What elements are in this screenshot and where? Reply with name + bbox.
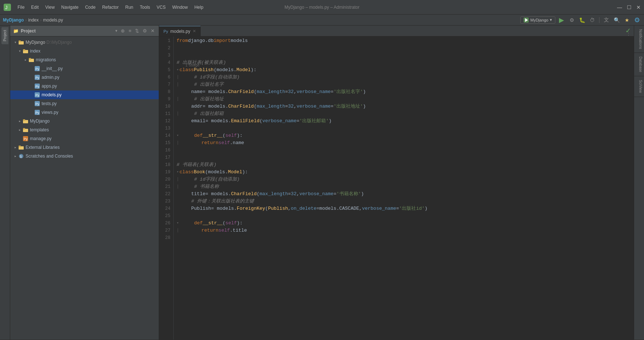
token-cls: Model [228, 169, 242, 176]
tree-arrow-index-folder: ▾ [18, 49, 22, 53]
menu-item-vcs[interactable]: VCS [154, 3, 169, 11]
minimize-button[interactable]: — [617, 5, 622, 10]
tree-label-external-libs: External Libraries [26, 145, 59, 150]
token-kw: class [180, 169, 194, 176]
maximize-button[interactable]: ☐ [626, 5, 632, 10]
menu-item-file[interactable]: File [15, 3, 27, 11]
tree-item-mydjango-root[interactable]: ▾MyDjango D:\MyDjango [10, 38, 159, 47]
new-file-icon[interactable]: ⊕ [120, 27, 126, 34]
sidebar-tab-project[interactable]: Project [1, 27, 8, 44]
token-base: = [285, 103, 288, 110]
line-num-2: 2 [159, 45, 170, 52]
tree-icon-templates-folder [23, 127, 28, 133]
menu-item-view[interactable]: View [42, 3, 58, 11]
menu-item-edit[interactable]: Edit [28, 3, 42, 11]
bookmark-button[interactable]: ★ [623, 16, 631, 24]
collapse-all-icon[interactable]: ⇅ [134, 27, 140, 34]
tree-item-scratches[interactable]: ▸SScratches and Consoles [10, 152, 159, 161]
sciview-panel-tab[interactable]: SciView [634, 76, 644, 97]
token-cmt: # id字段(自动添加) [194, 176, 240, 183]
run-config-dropdown[interactable]: MyDjango ▾ [520, 16, 555, 24]
line-num-9: 9 [159, 96, 170, 103]
menu-item-window[interactable]: Window [169, 3, 191, 11]
tree-label-mydjango-root: MyDjango D:\MyDjango [26, 40, 72, 45]
breadcrumb-file[interactable]: models.py [43, 18, 63, 23]
project-title-arrow[interactable]: ▾ [115, 28, 117, 33]
token-num: 32 [291, 190, 297, 198]
code-line-7: │# 出版社名字 [177, 81, 631, 88]
code-line-11: │# 出版社邮箱 [177, 110, 631, 117]
hide-panel-icon[interactable]: ✕ [150, 27, 156, 34]
token-base: name [233, 139, 244, 147]
token-paren: ) [361, 190, 364, 198]
editor-tab-models-py[interactable]: Py models.py ✕ [159, 26, 201, 36]
code-line-6: │# id字段(自动添加) [177, 74, 631, 81]
menu-item-navigate[interactable]: Navigate [58, 3, 81, 11]
svg-text:J: J [5, 5, 8, 10]
code-editor[interactable]: 1234567891011121314151617181920212223242… [159, 36, 634, 340]
breadcrumb-project[interactable]: MyDjango [3, 18, 24, 23]
tree-item-templates-folder[interactable]: ▸templates [10, 125, 159, 134]
fold-arrow-14[interactable]: ▾ [177, 132, 179, 139]
line-num-11: 11 [159, 110, 170, 117]
tree-item-init-py[interactable]: Py__init__.py [10, 64, 159, 73]
menu-item-tools[interactable]: Tools [137, 3, 153, 11]
line-num-3: 3 [159, 52, 170, 59]
settings-icon[interactable]: ⚙ [142, 27, 148, 34]
tab-label: models.py [170, 29, 190, 34]
breadcrumb-index[interactable]: index [28, 18, 39, 23]
code-content[interactable]: from django.db import models# 出版社表(被关联表)… [174, 36, 634, 340]
line-num-6: 6 [159, 74, 170, 81]
fold-arrow-19[interactable]: ▾ [177, 169, 179, 176]
line-num-13: 13 [159, 125, 170, 132]
tree-item-models-py[interactable]: Pymodels.py [10, 90, 159, 99]
fold-arrow-5[interactable]: ▾ [177, 66, 179, 74]
token-base: models [216, 66, 234, 74]
search-button[interactable]: 🔍 [613, 16, 621, 24]
code-line-23: # 外键：关联出版社表的主键 [177, 198, 631, 205]
menu-item-help[interactable]: Help [192, 3, 207, 11]
close-button[interactable]: ✕ [636, 5, 641, 10]
svg-text:Py: Py [35, 93, 39, 97]
token-cmt: # 出版社地址 [194, 96, 224, 103]
line-num-19: 19 [159, 169, 170, 176]
tree-item-manage-py[interactable]: Pymanage.py [10, 134, 159, 143]
editor-area: Py models.py ✕ ⋮ 12345678910111213141516… [159, 26, 634, 340]
fold-arrow-26[interactable]: ▾ [177, 220, 179, 227]
tree-item-admin-py[interactable]: Pyadmin.py [10, 73, 159, 82]
translate-button[interactable]: 文 [602, 16, 610, 24]
token-cls: Model [236, 66, 251, 74]
tree-item-index-folder[interactable]: ▾index [10, 47, 159, 55]
tree-icon-mydjango-folder [23, 118, 28, 124]
profile-button[interactable]: ⏱ [588, 16, 596, 24]
token-base: =models. [316, 205, 339, 212]
tree-item-apps-py[interactable]: Pyapps.py [10, 82, 159, 90]
tab-close-button[interactable]: ✕ [193, 29, 196, 34]
svg-rect-23 [23, 119, 25, 121]
code-line-20: │# id字段(自动添加) [177, 176, 631, 183]
tree-item-tests-py[interactable]: Pytests.py [10, 99, 159, 108]
tab-bar: Py models.py ✕ ⋮ [159, 26, 634, 36]
run-button[interactable]: ▶ [558, 16, 566, 24]
account-button[interactable]: ⚙ [633, 16, 641, 24]
token-paren: ) [242, 169, 245, 176]
token-self-kw: self [219, 139, 230, 147]
tree-item-views-py[interactable]: Pyviews.py [10, 108, 159, 117]
debug-button[interactable]: 🐛 [578, 16, 586, 24]
tree-item-mydjango-folder[interactable]: ▸MyDjango [10, 117, 159, 125]
code-line-4: # 出版社表(被关联表) [177, 59, 631, 66]
menu-item-run[interactable]: Run [122, 3, 136, 11]
menu-item-code[interactable]: Code [82, 3, 99, 11]
usage-hint-5: 1 usage [185, 61, 200, 69]
tree-item-migrations-folder[interactable]: ▸migrations [10, 55, 159, 64]
tree-item-external-libs[interactable]: ▸External Libraries [10, 143, 159, 152]
tree-label-views-py: views.py [42, 110, 58, 115]
token-base: = [396, 205, 399, 212]
menu-item-refactor[interactable]: Refactor [99, 3, 122, 11]
notifications-panel-tab[interactable]: Notifications [634, 26, 644, 53]
token-paren: ( [254, 103, 257, 110]
expand-all-icon[interactable]: ≡ [127, 27, 132, 34]
breadcrumb-sep1: › [25, 18, 27, 23]
build-button[interactable]: ⚙ [568, 16, 576, 24]
database-panel-tab[interactable]: Database [634, 53, 644, 76]
